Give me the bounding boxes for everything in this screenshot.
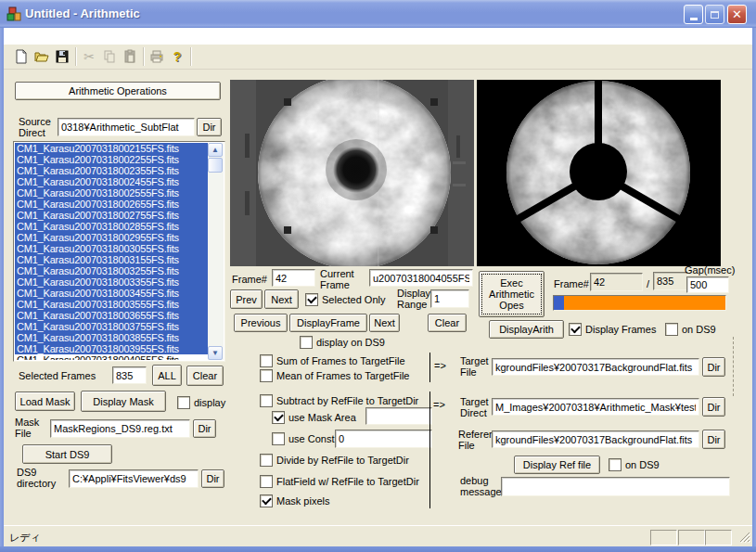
frame-number-input[interactable] bbox=[272, 269, 315, 287]
display-mask-button[interactable]: Display Mask bbox=[81, 391, 166, 412]
file-list-item[interactable]: CM1_Karasu20070318003855FS.fits bbox=[15, 332, 208, 343]
exec-arithmetic-button[interactable]: Exec Arithmetic Opes bbox=[479, 271, 545, 317]
display-on-ds9-row: display on DS9 bbox=[300, 336, 402, 349]
file-list-item[interactable]: CM1_Karasu20070318002155FS.fits bbox=[15, 143, 208, 154]
target-file-dir-button[interactable]: Dir bbox=[702, 357, 725, 377]
load-mask-button[interactable]: Load Mask bbox=[15, 392, 75, 411]
file-list-item[interactable]: CM1_Karasu20070318003155FS.fits bbox=[15, 254, 208, 265]
previous-button[interactable]: Previous bbox=[234, 314, 288, 332]
file-list-item[interactable]: CM1_Karasu20070318003355FS.fits bbox=[15, 276, 208, 288]
source-dir-button[interactable]: Dir bbox=[197, 118, 222, 136]
flatfield-checkbox[interactable] bbox=[260, 475, 273, 488]
mask-file-dir-button[interactable]: Dir bbox=[193, 419, 216, 438]
source-direct-input[interactable] bbox=[58, 118, 195, 136]
file-list-item[interactable]: CM1_Karasu20070318004055FS.fits bbox=[15, 354, 208, 360]
target-direct-dir-button[interactable]: Dir bbox=[702, 397, 725, 417]
clipped-frame-edge bbox=[733, 337, 734, 396]
ref-on-ds9-row: on DS9 bbox=[609, 458, 673, 471]
file-list-item[interactable]: CM1_Karasu20070318002655FS.fits bbox=[15, 199, 208, 210]
ds9-directory-input[interactable] bbox=[69, 469, 199, 488]
scrollbar-thumb[interactable] bbox=[208, 158, 223, 173]
file-list-item[interactable]: CM1_Karasu20070318002555FS.fits bbox=[15, 187, 208, 199]
display-frame-button[interactable]: DisplayFrame bbox=[289, 314, 367, 332]
use-const-checkbox[interactable] bbox=[272, 432, 285, 445]
clear-selection-button[interactable]: Clear bbox=[186, 366, 224, 386]
maximize-button[interactable] bbox=[705, 5, 724, 24]
file-list-item[interactable]: CM1_Karasu20070318003255FS.fits bbox=[15, 265, 208, 276]
next-frame-button[interactable]: Next bbox=[369, 314, 400, 332]
gap-input[interactable] bbox=[686, 276, 729, 293]
file-list-item[interactable]: CM1_Karasu20070318003555FS.fits bbox=[15, 299, 208, 310]
reference-file-dir-button[interactable]: Dir bbox=[702, 430, 725, 449]
target-direct-input[interactable] bbox=[492, 398, 699, 416]
close-button[interactable]: ✕ bbox=[727, 5, 747, 24]
display-arith-button[interactable]: DisplayArith bbox=[489, 320, 564, 339]
debug-message-input[interactable] bbox=[501, 477, 730, 496]
ds9-directory-label: DS9 directory bbox=[17, 467, 56, 489]
subtract-checkbox[interactable] bbox=[260, 394, 273, 407]
file-list-item[interactable]: CM1_Karasu20070318002855FS.fits bbox=[15, 221, 208, 232]
mean-frames-label: Mean of Frames to TargetFile bbox=[276, 370, 409, 381]
window-title: Untitled - Arithmetic bbox=[25, 6, 140, 20]
ref-on-ds9-checkbox[interactable] bbox=[609, 458, 621, 471]
mean-frames-checkbox[interactable] bbox=[260, 369, 273, 382]
ds9-dir-button[interactable]: Dir bbox=[201, 469, 224, 488]
paste-button[interactable] bbox=[120, 46, 140, 67]
cut-button[interactable]: ✂ bbox=[79, 46, 99, 67]
display-on-ds9-checkbox[interactable] bbox=[300, 336, 313, 349]
file-list-item[interactable]: CM1_Karasu20070318002255FS.fits bbox=[15, 154, 208, 165]
mask-area-input[interactable] bbox=[365, 407, 432, 425]
resize-grip[interactable] bbox=[737, 530, 751, 544]
display-range-input[interactable] bbox=[430, 289, 469, 308]
display-frames-checkbox[interactable] bbox=[569, 323, 582, 336]
help-button[interactable]: ? bbox=[167, 46, 187, 67]
mask-pixels-checkbox[interactable] bbox=[260, 494, 273, 507]
source-frame-image bbox=[230, 80, 474, 266]
minimize-button[interactable] bbox=[684, 5, 703, 24]
file-list-item[interactable]: CM1_Karasu20070318002755FS.fits bbox=[15, 210, 208, 221]
mask-file-input[interactable] bbox=[50, 419, 190, 438]
const-value-input[interactable] bbox=[335, 430, 432, 448]
status-pane bbox=[705, 530, 732, 546]
file-list-item[interactable]: CM1_Karasu20070318003955FS.fits bbox=[15, 343, 208, 354]
scroll-down-button[interactable]: ▼ bbox=[208, 346, 223, 360]
exec-on-ds9-checkbox[interactable] bbox=[665, 323, 678, 336]
use-mask-area-label: use Mask Area bbox=[288, 412, 356, 423]
mask-pixels-label: Mask pixels bbox=[276, 495, 329, 507]
copy-button[interactable] bbox=[99, 46, 120, 67]
file-list-item[interactable]: CM1_Karasu20070318002455FS.fits bbox=[15, 176, 208, 187]
file-list-item[interactable]: CM1_Karasu20070318003655FS.fits bbox=[15, 310, 208, 321]
target-file-input[interactable] bbox=[492, 358, 699, 376]
sum-frames-checkbox[interactable] bbox=[260, 354, 273, 367]
selected-frames-value[interactable] bbox=[112, 366, 147, 384]
display-checkbox[interactable] bbox=[177, 396, 190, 409]
menu-bar bbox=[4, 28, 752, 44]
new-file-button[interactable] bbox=[11, 46, 32, 67]
file-list-item[interactable]: CM1_Karasu20070318003055FS.fits bbox=[15, 243, 208, 254]
clear-display-button[interactable]: Clear bbox=[428, 314, 467, 332]
save-button[interactable] bbox=[52, 46, 72, 67]
print-button[interactable] bbox=[147, 46, 167, 67]
file-list-item[interactable]: CM1_Karasu20070318003755FS.fits bbox=[15, 321, 208, 332]
reference-file-input[interactable] bbox=[492, 430, 699, 448]
ops-divider-top bbox=[429, 353, 430, 382]
use-const-label: use Const bbox=[288, 433, 335, 444]
use-mask-area-checkbox[interactable] bbox=[272, 411, 285, 424]
selected-only-label: Selected Only bbox=[322, 294, 385, 305]
next-button[interactable]: Next bbox=[264, 289, 299, 309]
selected-only-checkbox[interactable] bbox=[305, 293, 318, 306]
start-ds9-button[interactable]: Start DS9 bbox=[22, 444, 112, 464]
display-checkbox-label: display bbox=[194, 397, 225, 408]
display-ref-file-button[interactable]: Display Ref file bbox=[514, 456, 600, 474]
file-list-item[interactable]: CM1_Karasu20070318002355FS.fits bbox=[15, 165, 208, 176]
toolbar: ✂ bbox=[4, 44, 752, 70]
file-list-item[interactable]: CM1_Karasu20070318002955FS.fits bbox=[15, 232, 208, 243]
prev-button[interactable]: Prev bbox=[230, 289, 263, 309]
file-list-item[interactable]: CM1_Karasu20070318003455FS.fits bbox=[15, 288, 208, 299]
open-file-button[interactable] bbox=[32, 46, 52, 67]
divide-checkbox[interactable] bbox=[260, 454, 273, 467]
scroll-up-button[interactable]: ▲ bbox=[208, 143, 223, 157]
all-button[interactable]: ALL bbox=[152, 365, 182, 386]
file-list-scrollbar[interactable]: ▲ ▼ bbox=[208, 143, 224, 360]
reference-file-label: Referen File bbox=[458, 429, 494, 451]
